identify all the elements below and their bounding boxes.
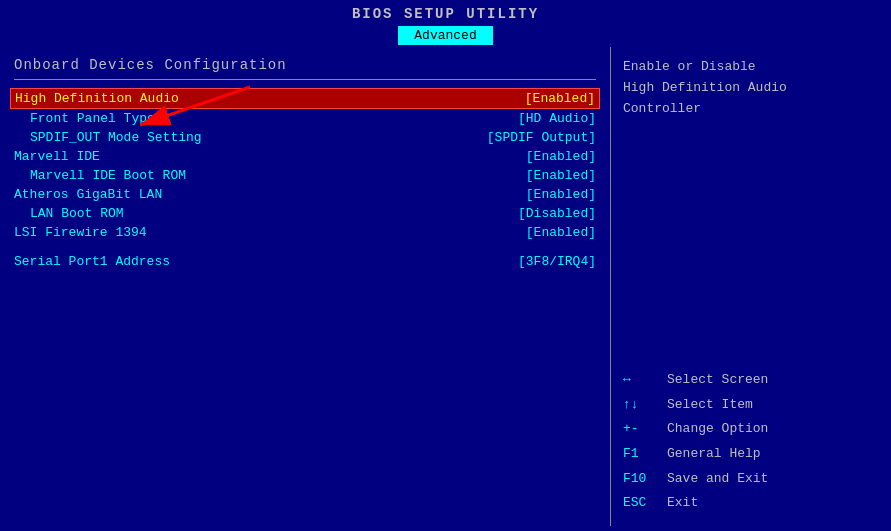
key-desc: Change Option	[667, 417, 768, 442]
menu-label: LAN Boot ROM	[14, 206, 124, 221]
menu-empty-row	[14, 242, 596, 252]
key-name: F10	[623, 467, 659, 492]
key-desc: Save and Exit	[667, 467, 768, 492]
key-row: ESCExit	[623, 491, 879, 516]
key-name: ↔	[623, 368, 659, 393]
menu-value: [Enabled]	[526, 168, 596, 183]
key-row: F1General Help	[623, 442, 879, 467]
menu-row: Marvell IDE[Enabled]	[14, 147, 596, 166]
help-line: Enable or Disable	[623, 57, 879, 78]
menu-row[interactable]: High Definition Audio[Enabled]	[10, 88, 600, 109]
main-content: Onboard Devices Configuration High Defin…	[0, 47, 891, 526]
help-line: Controller	[623, 99, 879, 120]
key-row: F10Save and Exit	[623, 467, 879, 492]
menu-label: Serial Port1 Address	[14, 254, 170, 269]
menu-label: High Definition Audio	[15, 91, 179, 106]
menu-row: LAN Boot ROM[Disabled]	[14, 204, 596, 223]
menu-list: High Definition Audio[Enabled]Front Pane…	[14, 88, 596, 271]
key-desc: Exit	[667, 491, 698, 516]
menu-label: Front Panel Type	[14, 111, 155, 126]
menu-value: [Enabled]	[526, 149, 596, 164]
menu-value: [Enabled]	[526, 187, 596, 202]
key-desc: General Help	[667, 442, 761, 467]
menu-label: Atheros GigaBit LAN	[14, 187, 162, 202]
key-legend: ↔Select Screen↑↓Select Item+-Change Opti…	[623, 368, 879, 516]
menu-label: Marvell IDE Boot ROM	[14, 168, 186, 183]
menu-value: [Enabled]	[526, 225, 596, 240]
tab-advanced[interactable]: Advanced	[398, 26, 492, 45]
menu-row: LSI Firewire 1394[Enabled]	[14, 223, 596, 242]
menu-row: Atheros GigaBit LAN[Enabled]	[14, 185, 596, 204]
menu-value: [HD Audio]	[518, 111, 596, 126]
divider	[14, 79, 596, 80]
key-row: ↑↓Select Item	[623, 393, 879, 418]
tab-row: Advanced	[0, 24, 891, 47]
left-panel: Onboard Devices Configuration High Defin…	[0, 47, 611, 526]
key-desc: Select Screen	[667, 368, 768, 393]
menu-value: [3F8/IRQ4]	[518, 254, 596, 269]
right-panel: Enable or DisableHigh Definition AudioCo…	[611, 47, 891, 526]
section-title: Onboard Devices Configuration	[14, 57, 596, 73]
menu-value: [SPDIF Output]	[487, 130, 596, 145]
menu-value: [Disabled]	[518, 206, 596, 221]
key-desc: Select Item	[667, 393, 753, 418]
help-line: High Definition Audio	[623, 78, 879, 99]
title-text: BIOS SETUP UTILITY	[352, 6, 539, 22]
key-name: ESC	[623, 491, 659, 516]
menu-label: Marvell IDE	[14, 149, 100, 164]
menu-row: Serial Port1 Address[3F8/IRQ4]	[14, 252, 596, 271]
key-name: +-	[623, 417, 659, 442]
menu-label: LSI Firewire 1394	[14, 225, 147, 240]
key-row: ↔Select Screen	[623, 368, 879, 393]
menu-row: SPDIF_OUT Mode Setting[SPDIF Output]	[14, 128, 596, 147]
key-row: +-Change Option	[623, 417, 879, 442]
help-text: Enable or DisableHigh Definition AudioCo…	[623, 57, 879, 119]
menu-value: [Enabled]	[525, 91, 595, 106]
menu-row: Marvell IDE Boot ROM[Enabled]	[14, 166, 596, 185]
bios-title: BIOS SETUP UTILITY	[0, 0, 891, 24]
menu-row: Front Panel Type[HD Audio]	[14, 109, 596, 128]
menu-label: SPDIF_OUT Mode Setting	[14, 130, 202, 145]
key-name: F1	[623, 442, 659, 467]
key-name: ↑↓	[623, 393, 659, 418]
